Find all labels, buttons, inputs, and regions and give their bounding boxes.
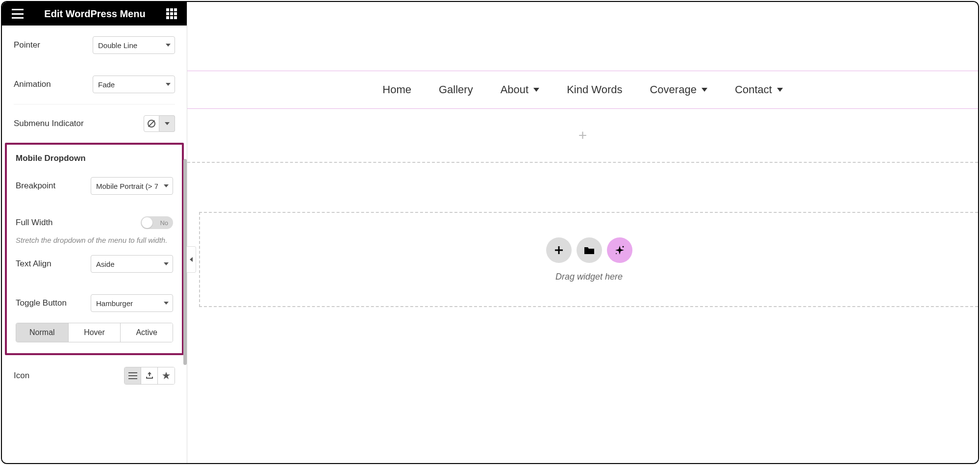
sidebar-body: Pointer Double Line Animation Fade Subme… — [2, 26, 187, 463]
chevron-down-icon — [702, 88, 707, 92]
pointer-label: Pointer — [14, 40, 40, 50]
tab-hover[interactable]: Hover — [69, 323, 121, 342]
svg-rect-1 — [128, 375, 137, 376]
full-width-label: Full Width — [16, 218, 53, 228]
mobile-dropdown-title: Mobile Dropdown — [16, 154, 173, 163]
menu-icon[interactable] — [12, 9, 24, 19]
toggle-value: No — [160, 219, 168, 227]
submenu-label: Submenu Indicator — [14, 119, 84, 129]
chevron-down-icon — [533, 88, 539, 92]
chevron-left-icon — [190, 257, 193, 262]
animation-value: Fade — [98, 80, 115, 89]
breakpoint-select[interactable]: Mobile Portrait (> 76 — [91, 177, 173, 195]
toggle-knob — [142, 217, 152, 228]
nav-item-kind-words[interactable]: Kind Words — [567, 83, 622, 96]
mobile-dropdown-section: Mobile Dropdown Breakpoint Mobile Portra… — [5, 143, 184, 355]
submenu-buttons — [144, 115, 175, 132]
sidebar-header: Edit WordPress Menu — [2, 2, 187, 26]
toggle-button-select[interactable]: Hamburger — [91, 294, 173, 312]
animation-select[interactable]: Fade — [93, 76, 175, 93]
svg-rect-2 — [128, 378, 137, 379]
nav-item-coverage[interactable]: Coverage — [650, 83, 707, 96]
nav-item-contact[interactable]: Contact — [735, 83, 783, 96]
panel-title: Edit WordPress Menu — [44, 8, 145, 20]
tab-normal[interactable]: Normal — [16, 323, 69, 342]
chevron-down-icon — [164, 302, 169, 305]
breakpoint-control: Breakpoint Mobile Portrait (> 76 — [16, 166, 173, 206]
text-align-label: Text Align — [16, 259, 51, 269]
icon-label: Icon — [14, 371, 29, 381]
full-width-toggle[interactable]: No — [141, 216, 173, 229]
icon-upload-button[interactable] — [141, 367, 158, 384]
toggle-button-label: Toggle Button — [16, 298, 67, 308]
full-width-help: Stretch the dropdown of the menu to full… — [16, 236, 173, 244]
folder-button[interactable] — [577, 237, 602, 263]
chevron-down-icon — [166, 44, 171, 47]
widget-drop-zone[interactable]: Drag widget here — [199, 212, 978, 307]
toggle-button-value: Hamburger — [96, 299, 133, 308]
chevron-down-icon — [164, 184, 169, 187]
tab-active[interactable]: Active — [121, 323, 173, 342]
breakpoint-value: Mobile Portrait (> 76 — [96, 182, 158, 190]
widget-actions — [546, 237, 632, 263]
editor-sidebar: Edit WordPress Menu Pointer Double Line … — [2, 2, 187, 463]
apps-icon[interactable] — [166, 8, 177, 19]
chevron-down-icon — [166, 83, 171, 86]
animation-label: Animation — [14, 79, 51, 89]
submenu-none-button[interactable] — [144, 115, 159, 132]
nav-item-gallery[interactable]: Gallery — [439, 83, 473, 96]
chevron-down-icon — [165, 122, 170, 125]
preview-canvas: Home Gallery About Kind Words Coverage C… — [187, 2, 978, 463]
chevron-down-icon — [164, 262, 169, 265]
full-width-control: Full Width No — [16, 206, 173, 231]
scrollbar[interactable] — [183, 159, 187, 365]
nav-item-about[interactable]: About — [501, 83, 540, 96]
text-align-control: Text Align Aside — [16, 244, 173, 284]
pointer-select[interactable]: Double Line — [93, 36, 175, 54]
collapse-sidebar-button[interactable] — [187, 246, 196, 273]
toggle-button-control: Toggle Button Hamburger — [16, 284, 173, 323]
text-align-select[interactable]: Aside — [91, 255, 173, 273]
submenu-control: Submenu Indicator — [14, 104, 175, 143]
plus-icon: + — [578, 127, 587, 144]
drag-hint: Drag widget here — [555, 272, 623, 282]
none-icon — [148, 120, 155, 128]
svg-point-5 — [622, 246, 624, 247]
pointer-value: Double Line — [98, 41, 137, 50]
add-section-zone[interactable]: + — [187, 109, 978, 163]
animation-control: Animation Fade — [14, 65, 175, 104]
submenu-dropdown-button[interactable] — [159, 115, 175, 132]
nav-item-home[interactable]: Home — [382, 83, 411, 96]
text-align-value: Aside — [96, 260, 115, 268]
add-widget-button[interactable] — [546, 237, 572, 263]
svg-point-6 — [616, 253, 617, 254]
state-tabs: Normal Hover Active — [16, 323, 173, 342]
ai-button[interactable] — [607, 237, 632, 263]
svg-rect-4 — [555, 249, 563, 251]
breakpoint-label: Breakpoint — [16, 181, 55, 191]
wordpress-menu-preview: Home Gallery About Kind Words Coverage C… — [187, 71, 978, 109]
icon-favorite-button[interactable] — [158, 367, 175, 384]
icon-library-button[interactable] — [125, 367, 141, 384]
svg-rect-0 — [128, 372, 137, 373]
icon-buttons — [124, 367, 175, 385]
chevron-down-icon — [777, 88, 783, 92]
icon-control: Icon — [14, 355, 175, 390]
pointer-control: Pointer Double Line — [14, 26, 175, 65]
